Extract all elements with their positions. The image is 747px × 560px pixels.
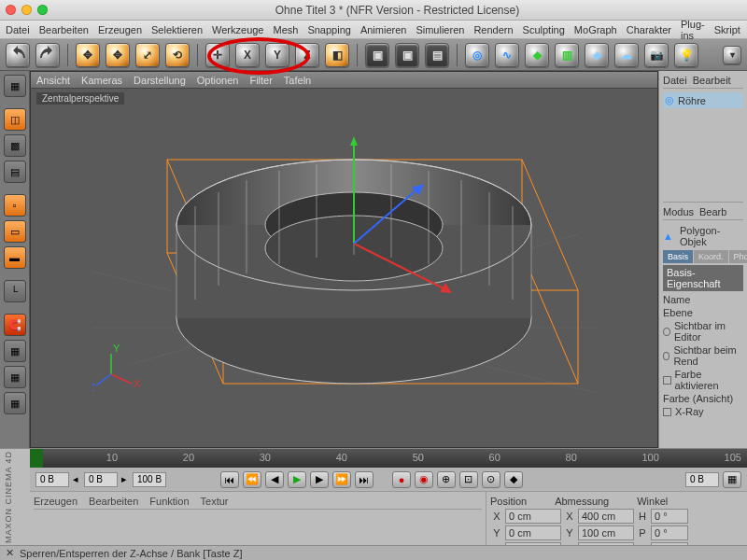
axis-mode[interactable]: └ (4, 280, 26, 302)
key-param[interactable]: ◆ (504, 471, 523, 488)
snap-toggle[interactable]: 🧲 (4, 314, 26, 336)
axis-y-lock[interactable]: Y (265, 43, 289, 67)
tab-erzeugen[interactable]: Erzeugen (34, 496, 78, 507)
coord-Y-pos[interactable]: 0 cm (505, 525, 561, 540)
main-menu: DateiBearbeitenErzeugenSelektierenWerkze… (0, 21, 747, 39)
rotate-tool[interactable]: ⟲ (165, 43, 190, 67)
edge-mode[interactable]: ▭ (4, 220, 26, 243)
key-scale[interactable]: ⊡ (459, 471, 478, 488)
add-deformer[interactable]: ◈ (585, 43, 609, 67)
key-rot[interactable]: ⊙ (482, 471, 500, 488)
coord-Y-dim[interactable]: 100 cm (578, 525, 634, 540)
model-mode[interactable]: ◫ (4, 108, 26, 131)
scale-tool[interactable]: ⤢ (135, 43, 160, 67)
vpmenu-filter[interactable]: Filter (249, 75, 272, 86)
prop-sichtbar-im-editor[interactable]: Sichtbar im Editor (663, 319, 743, 343)
key-pos[interactable]: ⊕ (437, 471, 456, 488)
tab-funktion[interactable]: Funktion (149, 496, 189, 507)
add-nurbs[interactable]: ◆ (525, 43, 549, 67)
goto-end[interactable]: ⏭ (355, 471, 374, 488)
goto-next-key[interactable]: ⏩ (332, 471, 351, 488)
coord-X-ang[interactable]: 0 ° (651, 509, 688, 524)
menu-mograph[interactable]: MoGraph (574, 24, 617, 35)
viewport-scene[interactable]: Y X Z (92, 85, 597, 402)
range-start[interactable]: 0 B (35, 472, 69, 487)
menu-skript[interactable]: Skript (714, 24, 740, 35)
menu-charakter[interactable]: Charakter (627, 24, 671, 35)
point-mode[interactable]: ▫ (4, 194, 26, 217)
viewport: AnsichtKamerasDarstellungOptionenFilterT… (30, 71, 658, 448)
move-tool[interactable]: ✥ (106, 43, 130, 67)
goto-prev-key[interactable]: ⏪ (243, 471, 261, 488)
vpmenu-tafeln[interactable]: Tafeln (284, 75, 311, 86)
coord-Y-ang[interactable]: 0 ° (651, 525, 688, 540)
add-light[interactable]: 💡 (674, 43, 698, 67)
play[interactable]: ▶ (288, 471, 306, 488)
range-slider[interactable]: 0 B (685, 472, 719, 487)
minimize-window[interactable] (21, 5, 32, 15)
texture-mode[interactable]: ▩ (4, 134, 26, 157)
add-camera[interactable]: 📷 (644, 43, 669, 67)
prop-farbe-aktivieren[interactable]: Farbe aktivieren (663, 368, 743, 392)
timeline[interactable]: 010203040506080100105 (30, 449, 747, 468)
planar-workplane[interactable]: ▦ (4, 392, 26, 414)
timeline-options[interactable]: ▦ (723, 471, 741, 488)
menu-datei[interactable]: Datei (6, 24, 30, 35)
menu-animieren[interactable]: Animieren (360, 24, 407, 35)
menu-bearbeiten[interactable]: Bearbeiten (39, 24, 89, 35)
menu-simulieren[interactable]: Simulieren (416, 24, 464, 35)
axis-z-lock[interactable]: Z (295, 43, 319, 67)
coord-X-dim[interactable]: 400 cm (578, 509, 634, 524)
app-logo: MAXON CINEMA 4D (4, 451, 13, 543)
prop-x-ray[interactable]: X-Ray (663, 405, 743, 418)
select-tool[interactable]: ✥ (76, 43, 100, 67)
add-modeling[interactable]: ▥ (555, 43, 579, 67)
vpmenu-darstellung[interactable]: Darstellung (134, 75, 186, 86)
menu-selektieren[interactable]: Selektieren (151, 24, 203, 35)
vpmenu-ansicht[interactable]: Ansicht (36, 75, 70, 86)
workplane-mode[interactable]: ▤ (4, 161, 26, 183)
coord-Y-: Y (490, 527, 503, 539)
last-tool[interactable]: ✛ (205, 43, 230, 67)
menu-erzeugen[interactable]: Erzeugen (98, 24, 142, 35)
next-frame[interactable]: ▶ (310, 471, 329, 488)
coord-X-pos[interactable]: 0 cm (505, 509, 561, 524)
workplane-snap[interactable]: ▦ (4, 340, 26, 362)
record-key[interactable]: ● (392, 471, 411, 488)
locked-workplane[interactable]: ▦ (4, 366, 26, 388)
zoom-window[interactable] (37, 5, 48, 15)
autokey[interactable]: ◉ (415, 471, 433, 488)
menu-snapping[interactable]: Snapping (307, 24, 351, 35)
menu-rendern[interactable]: Rendern (473, 24, 513, 35)
polygon-mode[interactable]: ▬ (4, 246, 26, 269)
render-picture-viewer[interactable]: ▣ (395, 43, 419, 67)
prev-frame[interactable]: ◀ (265, 471, 284, 488)
vpmenu-kameras[interactable]: Kameras (81, 75, 122, 86)
coord-Y-: Y (563, 527, 576, 539)
render-settings[interactable]: ▤ (425, 43, 449, 67)
add-environment[interactable]: ☁ (614, 43, 639, 67)
menu-plug-ins[interactable]: Plug-ins (681, 19, 705, 41)
object-entry[interactable]: ◎ Röhre (663, 92, 743, 108)
menu-mesh[interactable]: Mesh (273, 24, 298, 35)
svg-text:X: X (134, 378, 141, 389)
redo-button[interactable] (35, 43, 60, 67)
menu-werkzeuge[interactable]: Werkzeuge (212, 24, 263, 35)
layout-menu[interactable]: ▾ (723, 46, 741, 64)
axis-x-lock[interactable]: X (235, 43, 260, 67)
make-editable[interactable]: ▦ (4, 75, 26, 97)
tab-bearbeiten[interactable]: Bearbeiten (89, 496, 138, 507)
range-end[interactable]: 100 B (133, 472, 166, 487)
prop-sichtbar-beim-rend[interactable]: Sichtbar beim Rend (663, 343, 743, 368)
add-spline[interactable]: ∿ (495, 43, 519, 67)
coord-system[interactable]: ◧ (325, 43, 349, 67)
add-primitive[interactable]: ◎ (465, 43, 489, 67)
goto-start[interactable]: ⏮ (220, 471, 239, 488)
undo-button[interactable] (6, 43, 30, 67)
menu-sculpting[interactable]: Sculpting (523, 24, 565, 35)
close-window[interactable] (6, 5, 16, 15)
current-frame[interactable]: 0 B (84, 472, 118, 487)
render-view[interactable]: ▣ (365, 43, 389, 67)
vpmenu-optionen[interactable]: Optionen (197, 75, 239, 86)
tab-textur[interactable]: Textur (201, 496, 229, 507)
